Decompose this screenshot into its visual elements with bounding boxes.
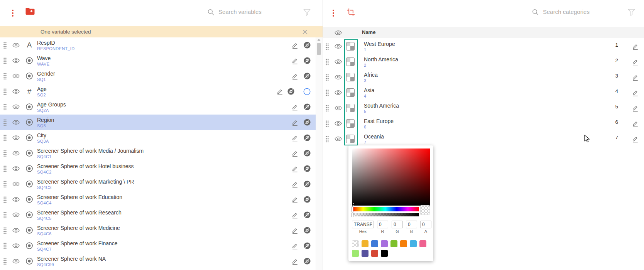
visibility-eye-icon[interactable]: [12, 120, 20, 125]
search-categories-input[interactable]: Search categories: [532, 7, 624, 18]
empty-values-icon[interactable]: [304, 42, 311, 49]
visibility-eye-icon[interactable]: [12, 197, 20, 202]
red-input[interactable]: [377, 221, 388, 228]
saturation-brightness-area[interactable]: [352, 148, 430, 206]
drag-handle-icon[interactable]: [3, 42, 7, 49]
variable-row[interactable]: Screener Sphere of work Finance SQ4C7: [0, 238, 316, 253]
drag-handle-icon[interactable]: [325, 89, 329, 96]
hex-input[interactable]: [352, 221, 374, 228]
drag-handle-icon[interactable]: [3, 135, 7, 142]
edit-pencil-icon[interactable]: [632, 120, 639, 127]
preset-color-swatch[interactable]: [381, 240, 388, 247]
drag-handle-icon[interactable]: [3, 57, 7, 64]
drag-handle-icon[interactable]: [325, 136, 329, 143]
drag-handle-icon[interactable]: [3, 73, 7, 80]
preset-color-swatch[interactable]: [352, 250, 359, 257]
preset-color-swatch[interactable]: [371, 250, 378, 257]
empty-values-icon[interactable]: [304, 258, 311, 265]
edit-pencil-icon[interactable]: [632, 135, 639, 143]
drag-handle-icon[interactable]: [325, 59, 329, 66]
edit-pencil-icon[interactable]: [632, 105, 639, 112]
empty-values-icon[interactable]: [304, 165, 311, 172]
empty-values-icon[interactable]: [304, 227, 311, 234]
edit-pencil-icon[interactable]: [276, 88, 283, 95]
visibility-eye-icon[interactable]: [12, 228, 20, 233]
visibility-eye-icon[interactable]: [335, 59, 342, 64]
saturation-cursor-icon[interactable]: [351, 203, 354, 206]
visibility-eye-icon[interactable]: [12, 150, 20, 156]
edit-pencil-icon[interactable]: [291, 103, 298, 111]
variable-row[interactable]: Screener Sphere of work Education SQ4C4: [0, 192, 316, 207]
drag-handle-icon[interactable]: [3, 243, 7, 250]
variable-row[interactable]: Screener Sphere of work Hotel business S…: [0, 161, 316, 176]
edit-pencil-icon[interactable]: [291, 258, 298, 265]
close-icon[interactable]: [302, 29, 308, 35]
hue-slider[interactable]: [352, 207, 419, 211]
visibility-eye-icon[interactable]: [12, 104, 20, 110]
edit-pencil-icon[interactable]: [632, 89, 639, 96]
empty-values-icon[interactable]: [304, 57, 311, 64]
variable-row[interactable]: A RespID RESPONDENT_ID: [0, 37, 316, 53]
edit-pencil-icon[interactable]: [632, 58, 639, 66]
visibility-eye-icon[interactable]: [335, 121, 342, 126]
visibility-eye-icon[interactable]: [12, 58, 20, 63]
variables-menu-kebab-icon[interactable]: [12, 8, 14, 18]
variable-row[interactable]: Age Groups SQ2A: [0, 99, 316, 115]
empty-values-icon[interactable]: [287, 88, 294, 95]
visibility-eye-icon[interactable]: [335, 136, 342, 142]
drag-handle-icon[interactable]: [325, 43, 329, 50]
edit-pencil-icon[interactable]: [291, 227, 298, 234]
crop-icon[interactable]: [347, 8, 355, 16]
edit-pencil-icon[interactable]: [291, 196, 298, 203]
drag-handle-icon[interactable]: [325, 74, 329, 81]
drag-handle-icon[interactable]: [3, 258, 7, 265]
preset-color-swatch[interactable]: [419, 240, 426, 247]
visibility-eye-icon[interactable]: [12, 181, 20, 187]
category-row[interactable]: South America 5 5: [323, 100, 644, 116]
category-row[interactable]: Oceania 7 7: [323, 131, 644, 147]
edit-pencil-icon[interactable]: [291, 73, 298, 80]
visibility-eye-icon[interactable]: [12, 258, 20, 264]
variable-row[interactable]: # Age SQ2: [0, 84, 316, 99]
empty-values-icon[interactable]: [304, 242, 311, 249]
empty-values-icon[interactable]: [304, 150, 311, 157]
variable-row[interactable]: City SQ3A: [0, 130, 316, 145]
category-color-swatch-button[interactable]: [346, 42, 355, 51]
edit-pencil-icon[interactable]: [291, 181, 298, 188]
visibility-eye-icon[interactable]: [335, 44, 342, 49]
category-color-swatch-button[interactable]: [346, 104, 355, 112]
visibility-eye-icon[interactable]: [12, 89, 20, 94]
drag-handle-icon[interactable]: [325, 105, 329, 112]
category-row[interactable]: North America 2 2: [323, 54, 644, 69]
blue-input[interactable]: [406, 221, 417, 228]
search-variables-input[interactable]: Search variables: [208, 7, 301, 18]
category-row[interactable]: East Europe 6 6: [323, 116, 644, 131]
edit-pencil-icon[interactable]: [291, 211, 298, 219]
empty-values-icon[interactable]: [304, 211, 311, 218]
edit-pencil-icon[interactable]: [632, 74, 639, 81]
visibility-eye-icon[interactable]: [335, 30, 342, 35]
categories-menu-kebab-icon[interactable]: [332, 8, 335, 18]
preset-color-swatch[interactable]: [362, 250, 368, 257]
edit-pencil-icon[interactable]: [291, 150, 298, 157]
variable-row[interactable]: Screener Sphere of work Marketing \ PR S…: [0, 176, 316, 192]
empty-values-icon[interactable]: [304, 134, 311, 141]
visibility-eye-icon[interactable]: [335, 105, 342, 111]
drag-handle-icon[interactable]: [3, 227, 7, 234]
preset-color-swatch[interactable]: [410, 240, 417, 247]
visibility-eye-icon[interactable]: [335, 90, 342, 95]
category-color-swatch-button[interactable]: [346, 119, 355, 128]
scrollbar[interactable]: [316, 37, 322, 270]
scroll-up-arrow-icon[interactable]: [317, 39, 321, 41]
alpha-slider-handle[interactable]: [352, 213, 353, 217]
visibility-eye-icon[interactable]: [12, 166, 20, 171]
visibility-eye-icon[interactable]: [12, 73, 20, 79]
filter-funnel-icon[interactable]: [303, 9, 311, 16]
drag-handle-icon[interactable]: [3, 196, 7, 203]
drag-handle-icon[interactable]: [325, 120, 329, 127]
category-color-swatch-button[interactable]: [346, 57, 355, 66]
filter-funnel-icon[interactable]: [628, 9, 635, 16]
edit-pencil-icon[interactable]: [291, 242, 298, 250]
drag-handle-icon[interactable]: [3, 88, 7, 95]
preset-color-swatch[interactable]: [400, 240, 407, 247]
